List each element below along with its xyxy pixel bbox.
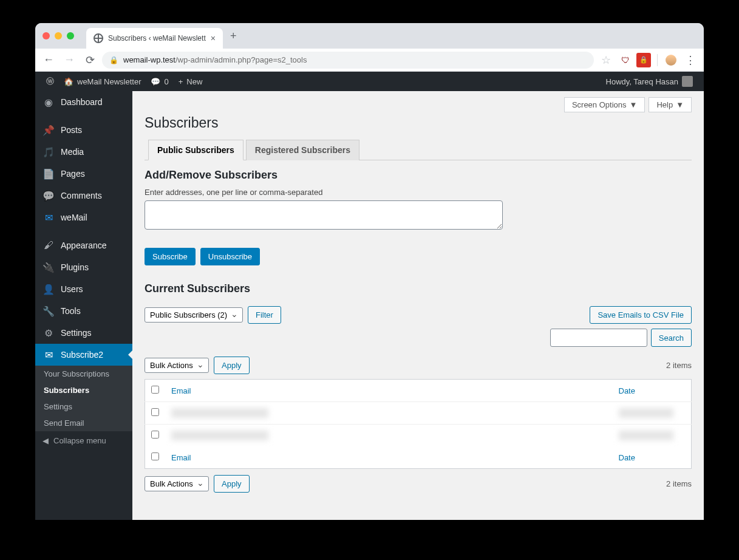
current-subscribers-heading: Current Subscribers: [145, 282, 692, 295]
screen-options-label: Screen Options: [572, 100, 627, 109]
help-label: Help: [656, 100, 673, 109]
menu-label: Plugins: [61, 262, 89, 272]
traffic-lights: [43, 32, 74, 39]
browser-menu-icon[interactable]: ⋮: [682, 52, 699, 69]
howdy-text: Howdy, Tareq Hasan: [606, 77, 678, 86]
apply-button-bottom[interactable]: Apply: [214, 475, 250, 493]
menu-users[interactable]: 👤Users: [35, 278, 132, 300]
site-name-button[interactable]: 🏠weMail Newsletter: [59, 72, 146, 91]
window-close-button[interactable]: [43, 32, 50, 39]
menu-pages[interactable]: 📄Pages: [35, 163, 132, 185]
url-path: /wp-admin/admin.php?page=s2_tools: [175, 55, 307, 64]
help-button[interactable]: Help▼: [649, 97, 692, 112]
menu-settings[interactable]: ⚙Settings: [35, 322, 132, 344]
save-csv-button[interactable]: Save Emails to CSV File: [590, 306, 692, 324]
menu-label: Comments: [61, 191, 102, 200]
chevron-down-icon: ▼: [676, 100, 684, 109]
column-email[interactable]: Email: [171, 386, 191, 395]
plug-icon: 🔌: [43, 261, 55, 273]
date-cell: [619, 408, 673, 418]
screen-options-button[interactable]: Screen Options▼: [564, 97, 645, 112]
bulk-actions-select-top[interactable]: Bulk Actions: [145, 358, 209, 373]
dashboard-icon: ◉: [43, 96, 55, 108]
new-label: New: [186, 77, 202, 86]
user-avatar: [682, 76, 693, 87]
bulk-actions-select-wrap-bottom: Bulk Actions: [145, 476, 209, 491]
addresses-textarea[interactable]: [145, 200, 503, 230]
column-date-bottom[interactable]: Date: [619, 453, 635, 462]
brush-icon: 🖌: [43, 239, 55, 251]
browser-toolbar: ← → ⟳ 🔒 wemail-wp.test/wp-admin/admin.ph…: [35, 49, 704, 72]
home-icon: 🏠: [64, 77, 73, 86]
new-content-button[interactable]: +New: [174, 72, 208, 91]
screen-meta: Screen Options▼ Help▼: [145, 97, 692, 112]
tab-close-icon[interactable]: ×: [211, 33, 216, 43]
lock-icon: 🔒: [109, 56, 118, 64]
menu-dashboard[interactable]: ◉Dashboard: [35, 91, 132, 113]
unsubscribe-button[interactable]: Unsubscribe: [200, 248, 260, 265]
collapse-menu-button[interactable]: ◀Collapse menu: [35, 431, 132, 450]
admin-sidebar: ◉Dashboard 📌Posts 🎵Media 📄Pages 💬Comment…: [35, 72, 132, 520]
separator: [657, 54, 658, 66]
star-icon[interactable]: ☆: [598, 52, 615, 69]
back-button[interactable]: ←: [40, 52, 57, 69]
subscribe2-submenu: Your Subscriptions Subscribers Settings …: [35, 366, 132, 431]
forward-button[interactable]: →: [61, 52, 78, 69]
menu-comments[interactable]: 💬Comments: [35, 185, 132, 207]
menu-posts[interactable]: 📌Posts: [35, 119, 132, 141]
items-count-bottom: 2 items: [666, 479, 692, 488]
search-input[interactable]: [550, 329, 647, 347]
comment-icon: 💬: [151, 77, 160, 86]
row-checkbox[interactable]: [151, 408, 159, 416]
select-all-checkbox-top[interactable]: [151, 386, 159, 394]
ext-lock-icon[interactable]: 🔒: [636, 53, 651, 67]
submenu-send-email[interactable]: Send Email: [35, 415, 132, 431]
bulk-actions-select-bottom[interactable]: Bulk Actions: [145, 476, 209, 491]
comments-count: 0: [164, 77, 168, 86]
globe-icon: [94, 33, 103, 43]
row-checkbox[interactable]: [151, 431, 159, 439]
date-cell: [619, 431, 673, 440]
menu-label: Dashboard: [61, 97, 103, 107]
filter-button[interactable]: Filter: [248, 306, 281, 324]
apply-button-top[interactable]: Apply: [214, 357, 250, 374]
window-zoom-button[interactable]: [67, 32, 74, 39]
new-tab-button[interactable]: +: [230, 30, 237, 43]
subscribe-button[interactable]: Subscribe: [145, 248, 196, 265]
tab-registered-subscribers[interactable]: Registered Subscribers: [246, 140, 359, 160]
page-title: Subscribers: [145, 115, 692, 131]
pin-icon: 📌: [43, 124, 55, 136]
sliders-icon: ⚙: [43, 327, 55, 339]
column-email-bottom[interactable]: Email: [171, 453, 191, 462]
browser-tab[interactable]: Subscribers ‹ weMail Newslett ×: [86, 28, 223, 49]
comments-bubble[interactable]: 💬0: [146, 72, 173, 91]
select-all-checkbox-bottom[interactable]: [151, 452, 159, 460]
menu-appearance[interactable]: 🖌Appearance: [35, 234, 132, 256]
subscribers-table: Email Date: [145, 379, 692, 469]
menu-label: Users: [61, 284, 83, 294]
collapse-label: Collapse menu: [53, 436, 106, 445]
menu-tools[interactable]: 🔧Tools: [35, 300, 132, 322]
tab-public-subscribers[interactable]: Public Subscribers: [148, 140, 243, 160]
table-row: [145, 425, 692, 447]
wp-logo-button[interactable]: ⓦ: [41, 72, 59, 91]
menu-media[interactable]: 🎵Media: [35, 141, 132, 163]
howdy-account[interactable]: Howdy, Tareq Hasan: [601, 72, 698, 91]
submenu-subscribers[interactable]: Subscribers: [35, 382, 132, 398]
search-button[interactable]: Search: [651, 329, 692, 347]
submenu-your-subscriptions[interactable]: Your Subscriptions: [35, 366, 132, 382]
browser-window: Subscribers ‹ weMail Newslett × + ← → ⟳ …: [35, 23, 704, 520]
profile-avatar[interactable]: [664, 53, 678, 67]
reload-button[interactable]: ⟳: [81, 52, 98, 69]
menu-label: Pages: [61, 169, 85, 179]
submenu-settings[interactable]: Settings: [35, 398, 132, 415]
window-minimize-button[interactable]: [55, 32, 62, 39]
ublock-icon[interactable]: 🛡: [618, 53, 633, 67]
address-bar[interactable]: 🔒 wemail-wp.test/wp-admin/admin.php?page…: [102, 52, 594, 69]
subscriber-type-select[interactable]: Public Subscribers (2): [145, 307, 243, 323]
menu-subscribe2[interactable]: ✉Subscribe2: [35, 344, 132, 366]
column-date[interactable]: Date: [619, 386, 635, 395]
menu-plugins[interactable]: 🔌Plugins: [35, 256, 132, 278]
menu-wemail[interactable]: ✉weMail: [35, 207, 132, 228]
collapse-icon: ◀: [43, 436, 49, 445]
